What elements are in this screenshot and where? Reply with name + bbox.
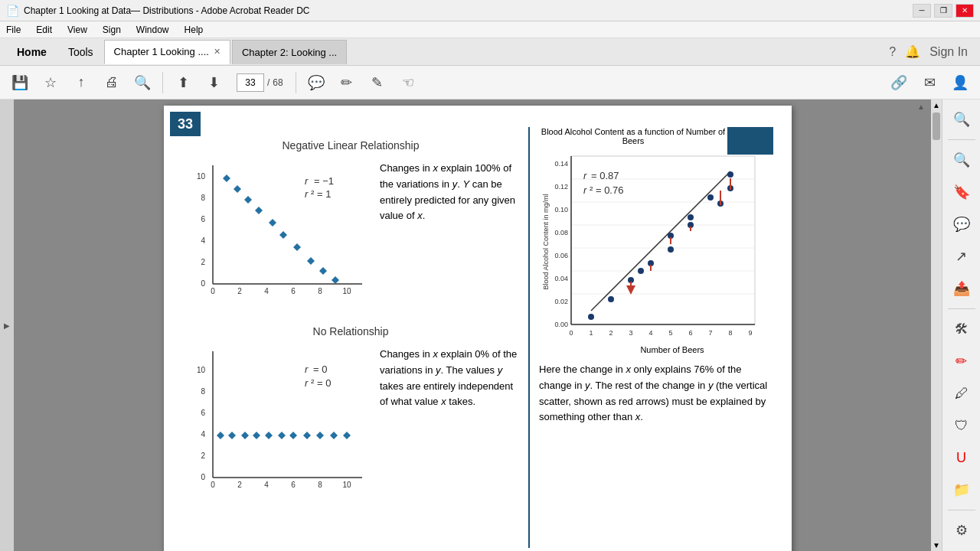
svg-marker-16: [244, 196, 252, 204]
tools-nav-button[interactable]: Tools: [57, 38, 104, 66]
search-button[interactable]: 🔍: [129, 69, 156, 96]
chart2-row: 0 2 4 6 8 10 0 2 4 6 8: [182, 344, 519, 507]
svg-text:4: 4: [648, 329, 652, 337]
scroll-thumb[interactable]: [933, 112, 940, 140]
dark-blue-box: [727, 127, 773, 155]
page-number-input[interactable]: [237, 73, 264, 92]
svg-marker-50: [316, 432, 324, 439]
svg-text:² = 0: ² = 0: [311, 377, 331, 389]
notification-icon[interactable]: 🔔: [905, 44, 920, 59]
draw-button[interactable]: ✎: [364, 69, 391, 96]
vertical-scrollbar[interactable]: ▲ ▼: [931, 99, 942, 551]
svg-text:6: 6: [688, 329, 692, 337]
print-button[interactable]: 🖨: [98, 69, 126, 96]
mail-button[interactable]: ✉: [916, 69, 943, 96]
svg-text:10: 10: [342, 481, 351, 489]
tab-close-1[interactable]: ✕: [214, 47, 220, 57]
svg-text:8: 8: [318, 287, 322, 295]
svg-text:r: r: [583, 170, 587, 181]
rpanel-file[interactable]: 📁: [948, 476, 975, 504]
svg-text:r: r: [583, 184, 587, 196]
link-button[interactable]: 🔗: [885, 69, 913, 96]
svg-text:0.02: 0.02: [554, 298, 568, 305]
svg-marker-20: [293, 243, 301, 251]
chart1-container: 0 2 4 6 8 10 0 2 4 6 8: [182, 158, 374, 313]
svg-marker-14: [223, 174, 230, 182]
svg-text:2: 2: [201, 452, 205, 460]
people-button[interactable]: 👤: [946, 69, 974, 96]
prev-page-button[interactable]: ⬆: [169, 69, 197, 96]
svg-text:4: 4: [264, 481, 269, 489]
svg-text:10: 10: [197, 366, 206, 374]
hand-button[interactable]: ☜: [394, 69, 422, 96]
rpanel-search[interactable]: 🔍: [948, 146, 975, 174]
svg-point-99: [707, 194, 714, 201]
svg-marker-18: [269, 219, 276, 227]
svg-marker-19: [279, 231, 287, 239]
pdf-page: 33 Negative Linear Relationship: [164, 106, 792, 551]
rpanel-tools2[interactable]: 🛠: [948, 315, 975, 343]
column-divider: [528, 127, 530, 548]
bac-description: Here the change in x only explains 76% o…: [539, 362, 773, 425]
bac-chart-svg: 0.00 0.02 0.04 0.06 0.08 0.10 0.12 0.14: [539, 150, 761, 349]
svg-text:2: 2: [201, 258, 205, 266]
svg-text:6: 6: [201, 215, 205, 223]
left-panel-toggle[interactable]: ▶: [0, 99, 14, 551]
svg-text:0: 0: [201, 279, 205, 288]
home-nav-button[interactable]: Home: [6, 38, 57, 66]
menu-sign[interactable]: Sign: [100, 23, 124, 37]
page-navigation: / 68: [237, 73, 283, 92]
rpanel-pen[interactable]: ✏: [948, 347, 975, 375]
rpanel-underline[interactable]: U: [948, 444, 975, 471]
svg-text:0.00: 0.00: [554, 321, 568, 328]
signin-button[interactable]: Sign In: [929, 45, 968, 59]
menu-window[interactable]: Window: [133, 23, 172, 37]
rpanel-highlight2[interactable]: 🖊: [948, 380, 975, 407]
svg-text:0: 0: [211, 287, 215, 295]
menu-file[interactable]: File: [3, 23, 24, 37]
menu-help[interactable]: Help: [181, 23, 207, 37]
rpanel-shield[interactable]: 🛡: [948, 412, 975, 439]
tab-chapter2[interactable]: Chapter 2: Looking ...: [232, 40, 347, 64]
main-area: ▶ ▲ 33 Negative Linear Relationship: [0, 99, 980, 551]
tab-chapter1[interactable]: Chapter 1 Looking .... ✕: [104, 40, 230, 64]
scroll-down-arrow[interactable]: ▼: [931, 540, 942, 551]
svg-text:0: 0: [569, 329, 573, 337]
svg-text:² = 1: ² = 1: [311, 188, 331, 200]
svg-text:6: 6: [201, 409, 205, 417]
rpanel-share[interactable]: ↗: [948, 243, 975, 270]
help-icon[interactable]: ?: [889, 45, 896, 59]
restore-button[interactable]: ❐: [934, 4, 952, 18]
svg-text:r: r: [305, 377, 309, 389]
svg-text:7: 7: [708, 329, 712, 337]
svg-point-95: [668, 246, 674, 253]
svg-text:0.12: 0.12: [554, 183, 568, 191]
rpanel-bookmark[interactable]: 🔖: [948, 178, 975, 206]
menu-edit[interactable]: Edit: [33, 23, 55, 37]
rpanel-sep-3: [948, 510, 975, 510]
bookmark-button[interactable]: ☆: [37, 69, 64, 96]
svg-marker-44: [241, 432, 249, 439]
svg-point-90: [638, 268, 644, 274]
svg-text:= 0: = 0: [313, 364, 327, 375]
rpanel-export[interactable]: 📤: [948, 275, 975, 302]
svg-point-87: [608, 296, 614, 302]
next-page-button[interactable]: ⬇: [200, 69, 227, 96]
comment-button[interactable]: 💬: [302, 69, 330, 96]
title-bar: 📄 Chapter 1 Looking at Data— Distributio…: [0, 0, 980, 21]
save-button[interactable]: 💾: [6, 69, 34, 96]
pdf-viewer[interactable]: ▲ 33 Negative Linear Relationship: [14, 99, 942, 551]
scroll-up-indicator[interactable]: ▲: [917, 103, 925, 111]
minimize-button[interactable]: ─: [913, 4, 931, 18]
zoom-in-button[interactable]: 🔍: [948, 106, 975, 133]
svg-marker-15: [234, 185, 241, 193]
svg-text:= −1: = −1: [314, 175, 334, 187]
highlight-button[interactable]: ✏: [333, 69, 361, 96]
close-button[interactable]: ✕: [956, 4, 974, 18]
menu-view[interactable]: View: [64, 23, 90, 37]
rpanel-settings[interactable]: ⚙: [948, 517, 975, 544]
scroll-up-arrow[interactable]: ▲: [931, 99, 942, 111]
upload-button[interactable]: ↑: [67, 69, 95, 96]
bac-chart-container: 0.00 0.02 0.04 0.06 0.08 0.10 0.12 0.14: [539, 150, 773, 351]
rpanel-comment2[interactable]: 💬: [948, 210, 975, 238]
